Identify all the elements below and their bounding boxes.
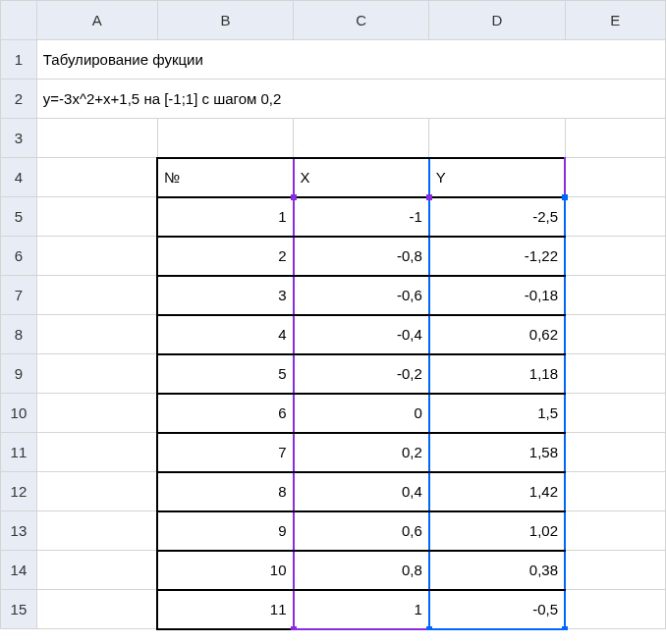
row-header-10[interactable]: 10 (1, 394, 37, 433)
row-header-9[interactable]: 9 (1, 354, 37, 394)
cell-B13[interactable]: 9 (157, 511, 293, 551)
cell-D5[interactable]: -2,5 (429, 197, 565, 237)
row-header-13[interactable]: 13 (1, 511, 37, 551)
row-header-8[interactable]: 8 (1, 315, 37, 354)
row-header-5[interactable]: 5 (1, 197, 37, 237)
cell-D12[interactable]: 1,42 (429, 472, 565, 511)
cell-A2[interactable]: y=-3x^2+x+1,5 на [-1;1] с шагом 0,2 (36, 80, 665, 119)
col-header-A[interactable]: A (36, 1, 157, 40)
cell-E4[interactable] (565, 158, 665, 197)
cell-B4[interactable]: № (157, 158, 293, 197)
cell-A4[interactable] (36, 158, 157, 197)
cell-C5[interactable]: -1 (294, 197, 429, 237)
cell-E5[interactable] (565, 197, 665, 237)
cell-C11[interactable]: 0,2 (294, 433, 429, 472)
corner-cell[interactable] (1, 1, 37, 40)
cell-E15[interactable] (565, 590, 665, 629)
cell-B9[interactable]: 5 (157, 354, 293, 394)
cell-B15[interactable]: 11 (157, 590, 293, 629)
col-header-B[interactable]: B (157, 1, 293, 40)
cell-A6[interactable] (36, 237, 157, 276)
cell-D7[interactable]: -0,18 (429, 276, 565, 315)
cell-B14[interactable]: 10 (157, 551, 293, 590)
cell-B5[interactable]: 1 (157, 197, 293, 237)
cell-E12[interactable] (565, 472, 665, 511)
cell-D11[interactable]: 1,58 (429, 433, 565, 472)
cell-E14[interactable] (565, 551, 665, 590)
cell-B6[interactable]: 2 (157, 237, 293, 276)
cell-E9[interactable] (565, 354, 665, 394)
cell-C10[interactable]: 0 (294, 394, 429, 433)
row-header-1[interactable]: 1 (1, 40, 37, 80)
cell-A9[interactable] (36, 354, 157, 394)
cell-A12[interactable] (36, 472, 157, 511)
cell-C3[interactable] (294, 119, 429, 158)
cell-E3[interactable] (565, 119, 665, 158)
cell-C8[interactable]: -0,4 (294, 315, 429, 354)
row-header-15[interactable]: 15 (1, 590, 37, 629)
cell-A8[interactable] (36, 315, 157, 354)
cell-A3[interactable] (36, 119, 157, 158)
cell-D6[interactable]: -1,22 (429, 237, 565, 276)
row-header-4[interactable]: 4 (1, 158, 37, 197)
cell-C9[interactable]: -0,2 (294, 354, 429, 394)
col-header-D[interactable]: D (429, 1, 565, 40)
cell-D10[interactable]: 1,5 (429, 394, 565, 433)
cell-A15[interactable] (36, 590, 157, 629)
cell-E8[interactable] (565, 315, 665, 354)
cell-A10[interactable] (36, 394, 157, 433)
cell-B10[interactable]: 6 (157, 394, 293, 433)
cell-D15[interactable]: -0,5 (429, 590, 565, 629)
cell-C14[interactable]: 0,8 (294, 551, 429, 590)
cell-B7[interactable]: 3 (157, 276, 293, 315)
cell-E6[interactable] (565, 237, 665, 276)
row-header-12[interactable]: 12 (1, 472, 37, 511)
cell-D4[interactable]: Y (429, 158, 565, 197)
cell-C7[interactable]: -0,6 (294, 276, 429, 315)
cell-E7[interactable] (565, 276, 665, 315)
cell-E11[interactable] (565, 433, 665, 472)
cell-A1[interactable]: Табулирование фукции (36, 40, 665, 80)
cell-D8[interactable]: 0,62 (429, 315, 565, 354)
row-header-6[interactable]: 6 (1, 237, 37, 276)
cell-C12[interactable]: 0,4 (294, 472, 429, 511)
cell-C4[interactable]: X (294, 158, 429, 197)
spreadsheet-grid[interactable]: A B C D E 1 Табулирование фукции 2 y=-3x… (0, 0, 666, 630)
row-header-2[interactable]: 2 (1, 80, 37, 119)
cell-D13[interactable]: 1,02 (429, 511, 565, 551)
cell-C13[interactable]: 0,6 (294, 511, 429, 551)
cell-B11[interactable]: 7 (157, 433, 293, 472)
row-header-11[interactable]: 11 (1, 433, 37, 472)
cell-A13[interactable] (36, 511, 157, 551)
cell-A14[interactable] (36, 551, 157, 590)
col-header-E[interactable]: E (565, 1, 665, 40)
cell-B8[interactable]: 4 (157, 315, 293, 354)
row-header-14[interactable]: 14 (1, 551, 37, 590)
cell-A11[interactable] (36, 433, 157, 472)
cell-C6[interactable]: -0,8 (294, 237, 429, 276)
cell-E10[interactable] (565, 394, 665, 433)
row-header-3[interactable]: 3 (1, 119, 37, 158)
cell-D14[interactable]: 0,38 (429, 551, 565, 590)
cell-B12[interactable]: 8 (157, 472, 293, 511)
cell-D9[interactable]: 1,18 (429, 354, 565, 394)
cell-D3[interactable] (429, 119, 565, 158)
cell-B3[interactable] (157, 119, 293, 158)
cell-E13[interactable] (565, 511, 665, 551)
row-header-7[interactable]: 7 (1, 276, 37, 315)
cell-A5[interactable] (36, 197, 157, 237)
cell-C15[interactable]: 1 (294, 590, 429, 629)
cell-A7[interactable] (36, 276, 157, 315)
col-header-C[interactable]: C (294, 1, 429, 40)
